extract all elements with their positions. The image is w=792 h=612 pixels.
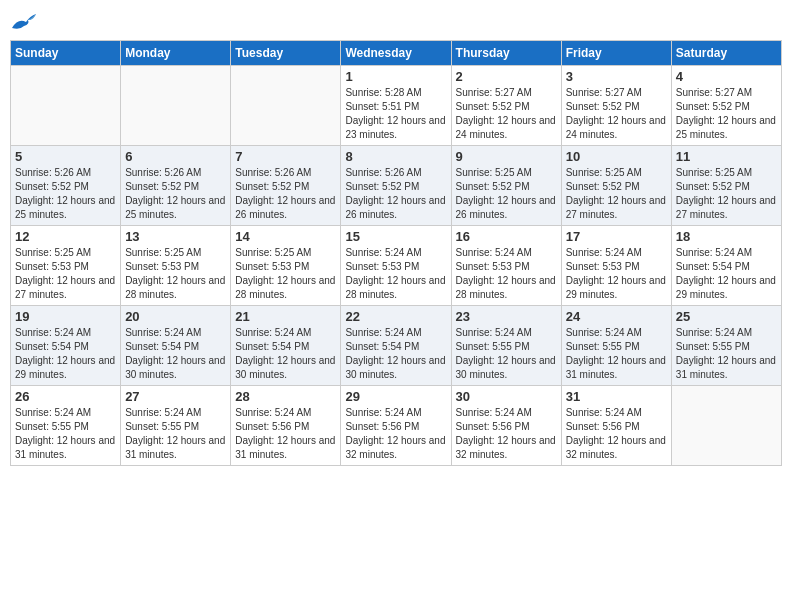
calendar-cell: 9Sunrise: 5:25 AMSunset: 5:52 PMDaylight… xyxy=(451,146,561,226)
day-detail: Sunrise: 5:28 AMSunset: 5:51 PMDaylight:… xyxy=(345,86,446,142)
day-number: 3 xyxy=(566,69,667,84)
calendar-cell: 18Sunrise: 5:24 AMSunset: 5:54 PMDayligh… xyxy=(671,226,781,306)
day-number: 24 xyxy=(566,309,667,324)
day-number: 14 xyxy=(235,229,336,244)
calendar-table: SundayMondayTuesdayWednesdayThursdayFrid… xyxy=(10,40,782,466)
weekday-header: Monday xyxy=(121,41,231,66)
logo xyxy=(10,10,40,34)
calendar-cell: 12Sunrise: 5:25 AMSunset: 5:53 PMDayligh… xyxy=(11,226,121,306)
day-detail: Sunrise: 5:25 AMSunset: 5:53 PMDaylight:… xyxy=(235,246,336,302)
calendar-cell: 23Sunrise: 5:24 AMSunset: 5:55 PMDayligh… xyxy=(451,306,561,386)
calendar-cell xyxy=(231,66,341,146)
day-number: 28 xyxy=(235,389,336,404)
day-number: 10 xyxy=(566,149,667,164)
day-number: 20 xyxy=(125,309,226,324)
weekday-header: Thursday xyxy=(451,41,561,66)
bird-icon xyxy=(10,10,38,34)
calendar-cell xyxy=(121,66,231,146)
day-detail: Sunrise: 5:24 AMSunset: 5:53 PMDaylight:… xyxy=(345,246,446,302)
day-detail: Sunrise: 5:25 AMSunset: 5:53 PMDaylight:… xyxy=(125,246,226,302)
day-detail: Sunrise: 5:24 AMSunset: 5:56 PMDaylight:… xyxy=(235,406,336,462)
day-detail: Sunrise: 5:24 AMSunset: 5:54 PMDaylight:… xyxy=(125,326,226,382)
weekday-row: SundayMondayTuesdayWednesdayThursdayFrid… xyxy=(11,41,782,66)
day-detail: Sunrise: 5:26 AMSunset: 5:52 PMDaylight:… xyxy=(235,166,336,222)
calendar-week-row: 12Sunrise: 5:25 AMSunset: 5:53 PMDayligh… xyxy=(11,226,782,306)
day-number: 30 xyxy=(456,389,557,404)
calendar-week-row: 19Sunrise: 5:24 AMSunset: 5:54 PMDayligh… xyxy=(11,306,782,386)
day-number: 6 xyxy=(125,149,226,164)
weekday-header: Friday xyxy=(561,41,671,66)
calendar-cell xyxy=(671,386,781,466)
day-detail: Sunrise: 5:24 AMSunset: 5:53 PMDaylight:… xyxy=(566,246,667,302)
weekday-header: Tuesday xyxy=(231,41,341,66)
day-detail: Sunrise: 5:25 AMSunset: 5:52 PMDaylight:… xyxy=(566,166,667,222)
weekday-header: Saturday xyxy=(671,41,781,66)
calendar-cell: 15Sunrise: 5:24 AMSunset: 5:53 PMDayligh… xyxy=(341,226,451,306)
calendar-cell: 10Sunrise: 5:25 AMSunset: 5:52 PMDayligh… xyxy=(561,146,671,226)
day-number: 15 xyxy=(345,229,446,244)
weekday-header: Sunday xyxy=(11,41,121,66)
calendar-cell: 24Sunrise: 5:24 AMSunset: 5:55 PMDayligh… xyxy=(561,306,671,386)
day-number: 5 xyxy=(15,149,116,164)
calendar-cell: 30Sunrise: 5:24 AMSunset: 5:56 PMDayligh… xyxy=(451,386,561,466)
day-detail: Sunrise: 5:24 AMSunset: 5:54 PMDaylight:… xyxy=(345,326,446,382)
calendar-cell: 22Sunrise: 5:24 AMSunset: 5:54 PMDayligh… xyxy=(341,306,451,386)
day-number: 21 xyxy=(235,309,336,324)
calendar-cell: 27Sunrise: 5:24 AMSunset: 5:55 PMDayligh… xyxy=(121,386,231,466)
day-number: 9 xyxy=(456,149,557,164)
calendar-cell: 16Sunrise: 5:24 AMSunset: 5:53 PMDayligh… xyxy=(451,226,561,306)
calendar-cell: 14Sunrise: 5:25 AMSunset: 5:53 PMDayligh… xyxy=(231,226,341,306)
calendar-week-row: 26Sunrise: 5:24 AMSunset: 5:55 PMDayligh… xyxy=(11,386,782,466)
calendar-cell: 19Sunrise: 5:24 AMSunset: 5:54 PMDayligh… xyxy=(11,306,121,386)
day-detail: Sunrise: 5:24 AMSunset: 5:54 PMDaylight:… xyxy=(676,246,777,302)
day-detail: Sunrise: 5:24 AMSunset: 5:54 PMDaylight:… xyxy=(15,326,116,382)
day-number: 11 xyxy=(676,149,777,164)
header xyxy=(10,10,782,34)
day-detail: Sunrise: 5:24 AMSunset: 5:55 PMDaylight:… xyxy=(566,326,667,382)
day-number: 12 xyxy=(15,229,116,244)
day-detail: Sunrise: 5:24 AMSunset: 5:56 PMDaylight:… xyxy=(456,406,557,462)
day-number: 2 xyxy=(456,69,557,84)
calendar-cell: 25Sunrise: 5:24 AMSunset: 5:55 PMDayligh… xyxy=(671,306,781,386)
calendar-cell: 2Sunrise: 5:27 AMSunset: 5:52 PMDaylight… xyxy=(451,66,561,146)
calendar-header: SundayMondayTuesdayWednesdayThursdayFrid… xyxy=(11,41,782,66)
calendar-cell: 7Sunrise: 5:26 AMSunset: 5:52 PMDaylight… xyxy=(231,146,341,226)
day-detail: Sunrise: 5:24 AMSunset: 5:56 PMDaylight:… xyxy=(566,406,667,462)
calendar-cell: 8Sunrise: 5:26 AMSunset: 5:52 PMDaylight… xyxy=(341,146,451,226)
day-detail: Sunrise: 5:24 AMSunset: 5:55 PMDaylight:… xyxy=(456,326,557,382)
calendar-cell: 11Sunrise: 5:25 AMSunset: 5:52 PMDayligh… xyxy=(671,146,781,226)
calendar-cell: 21Sunrise: 5:24 AMSunset: 5:54 PMDayligh… xyxy=(231,306,341,386)
day-number: 1 xyxy=(345,69,446,84)
calendar-cell: 31Sunrise: 5:24 AMSunset: 5:56 PMDayligh… xyxy=(561,386,671,466)
day-number: 8 xyxy=(345,149,446,164)
day-detail: Sunrise: 5:25 AMSunset: 5:52 PMDaylight:… xyxy=(676,166,777,222)
calendar-cell: 26Sunrise: 5:24 AMSunset: 5:55 PMDayligh… xyxy=(11,386,121,466)
calendar-cell: 17Sunrise: 5:24 AMSunset: 5:53 PMDayligh… xyxy=(561,226,671,306)
day-number: 18 xyxy=(676,229,777,244)
day-detail: Sunrise: 5:24 AMSunset: 5:54 PMDaylight:… xyxy=(235,326,336,382)
day-detail: Sunrise: 5:24 AMSunset: 5:55 PMDaylight:… xyxy=(676,326,777,382)
day-detail: Sunrise: 5:24 AMSunset: 5:55 PMDaylight:… xyxy=(125,406,226,462)
day-detail: Sunrise: 5:24 AMSunset: 5:56 PMDaylight:… xyxy=(345,406,446,462)
calendar-cell: 20Sunrise: 5:24 AMSunset: 5:54 PMDayligh… xyxy=(121,306,231,386)
calendar-body: 1Sunrise: 5:28 AMSunset: 5:51 PMDaylight… xyxy=(11,66,782,466)
day-number: 17 xyxy=(566,229,667,244)
day-number: 27 xyxy=(125,389,226,404)
calendar-week-row: 1Sunrise: 5:28 AMSunset: 5:51 PMDaylight… xyxy=(11,66,782,146)
day-detail: Sunrise: 5:27 AMSunset: 5:52 PMDaylight:… xyxy=(456,86,557,142)
day-number: 23 xyxy=(456,309,557,324)
calendar-cell xyxy=(11,66,121,146)
day-number: 7 xyxy=(235,149,336,164)
weekday-header: Wednesday xyxy=(341,41,451,66)
day-detail: Sunrise: 5:24 AMSunset: 5:53 PMDaylight:… xyxy=(456,246,557,302)
day-detail: Sunrise: 5:25 AMSunset: 5:52 PMDaylight:… xyxy=(456,166,557,222)
day-number: 4 xyxy=(676,69,777,84)
day-detail: Sunrise: 5:25 AMSunset: 5:53 PMDaylight:… xyxy=(15,246,116,302)
day-number: 22 xyxy=(345,309,446,324)
page: SundayMondayTuesdayWednesdayThursdayFrid… xyxy=(0,0,792,476)
calendar-cell: 13Sunrise: 5:25 AMSunset: 5:53 PMDayligh… xyxy=(121,226,231,306)
calendar-cell: 4Sunrise: 5:27 AMSunset: 5:52 PMDaylight… xyxy=(671,66,781,146)
calendar-cell: 29Sunrise: 5:24 AMSunset: 5:56 PMDayligh… xyxy=(341,386,451,466)
day-number: 29 xyxy=(345,389,446,404)
day-detail: Sunrise: 5:26 AMSunset: 5:52 PMDaylight:… xyxy=(15,166,116,222)
